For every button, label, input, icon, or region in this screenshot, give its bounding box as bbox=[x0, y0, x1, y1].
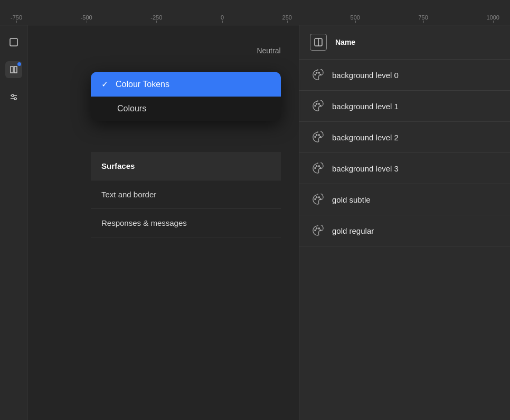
svg-point-17 bbox=[318, 135, 319, 136]
ruler-mark: 250 bbox=[282, 14, 292, 21]
token-name-bg0: background level 0 bbox=[332, 71, 399, 80]
svg-point-10 bbox=[320, 74, 321, 75]
checkmark-icon: ✓ bbox=[101, 79, 108, 89]
svg-point-4 bbox=[14, 98, 16, 100]
name-column-header: Name bbox=[335, 38, 355, 46]
svg-point-22 bbox=[320, 167, 321, 168]
svg-point-13 bbox=[318, 103, 319, 104]
responses-label: Responses & messages bbox=[101, 218, 187, 227]
category-list: Surfaces Text and border Responses & mes… bbox=[91, 152, 281, 420]
ruler-mark: 500 bbox=[351, 14, 360, 21]
svg-point-21 bbox=[318, 166, 319, 167]
svg-point-9 bbox=[318, 72, 319, 73]
main-content: Neutral ✓ Colour Tokens Colours Surfaces… bbox=[27, 25, 510, 420]
svg-point-7 bbox=[315, 74, 316, 75]
svg-point-25 bbox=[318, 197, 319, 198]
token-name-gold-subtle: gold subtle bbox=[332, 195, 371, 204]
svg-point-26 bbox=[320, 198, 321, 199]
svg-point-20 bbox=[316, 166, 317, 167]
token-row-bg1[interactable]: background level 1 bbox=[299, 91, 510, 122]
palette-icon-bg3 bbox=[312, 163, 324, 174]
svg-point-15 bbox=[315, 136, 316, 137]
category-responses[interactable]: Responses & messages bbox=[91, 209, 281, 237]
svg-point-30 bbox=[320, 230, 321, 231]
svg-point-23 bbox=[315, 198, 316, 199]
square-icon[interactable] bbox=[5, 34, 22, 51]
right-panel: Name background level 0 background level… bbox=[299, 25, 510, 420]
svg-point-11 bbox=[315, 105, 316, 106]
token-row-bg0[interactable]: background level 0 bbox=[299, 60, 510, 91]
token-row-bg3[interactable]: background level 3 bbox=[299, 153, 510, 184]
palette-icon-bg2 bbox=[312, 131, 324, 143]
book-icon[interactable] bbox=[5, 61, 22, 78]
panel-layout-icon[interactable] bbox=[310, 34, 327, 51]
token-name-bg3: background level 3 bbox=[332, 164, 399, 173]
ruler: -750 -500 -250 0 250 500 750 1000 bbox=[0, 0, 510, 25]
ruler-mark: 0 bbox=[221, 14, 224, 21]
ruler-mark: 750 bbox=[419, 14, 428, 21]
notification-dot bbox=[17, 62, 21, 66]
colours-option[interactable]: Colours bbox=[91, 97, 281, 121]
svg-point-29 bbox=[318, 228, 319, 229]
svg-point-14 bbox=[320, 105, 321, 106]
token-row-gold-regular[interactable]: gold regular bbox=[299, 215, 510, 246]
token-row-bg2[interactable]: background level 2 bbox=[299, 122, 510, 153]
token-name-gold-regular: gold regular bbox=[332, 226, 374, 235]
svg-point-12 bbox=[316, 103, 317, 104]
ruler-mark: -250 bbox=[150, 14, 162, 21]
right-panel-header: Name bbox=[299, 25, 510, 60]
category-surfaces[interactable]: Surfaces bbox=[91, 152, 281, 180]
token-name-bg1: background level 1 bbox=[332, 102, 399, 111]
palette-icon-gold-subtle bbox=[312, 194, 324, 205]
svg-rect-0 bbox=[10, 39, 17, 46]
svg-point-16 bbox=[316, 135, 317, 136]
svg-point-27 bbox=[315, 230, 316, 231]
ruler-mark: -500 bbox=[81, 14, 92, 21]
colour-tokens-option[interactable]: ✓ Colour Tokens bbox=[91, 72, 281, 97]
svg-point-24 bbox=[316, 197, 317, 198]
colour-tokens-label: Colour Tokens bbox=[116, 80, 169, 89]
sliders-icon[interactable] bbox=[5, 89, 22, 106]
dropdown-menu: ✓ Colour Tokens Colours bbox=[91, 72, 281, 121]
svg-point-18 bbox=[320, 136, 321, 137]
palette-icon-bg0 bbox=[312, 69, 324, 81]
svg-point-8 bbox=[316, 72, 317, 73]
ruler-mark: -750 bbox=[11, 14, 22, 21]
token-row-gold-subtle[interactable]: gold subtle bbox=[299, 184, 510, 215]
palette-icon-bg1 bbox=[312, 100, 324, 112]
svg-point-2 bbox=[12, 94, 14, 97]
svg-point-28 bbox=[316, 228, 317, 229]
text-border-label: Text and border bbox=[101, 190, 156, 199]
palette-icon-gold-regular bbox=[312, 225, 324, 236]
svg-point-19 bbox=[315, 167, 316, 168]
colours-label: Colours bbox=[117, 104, 146, 113]
surfaces-label: Surfaces bbox=[101, 161, 135, 170]
category-text-border[interactable]: Text and border bbox=[91, 180, 281, 209]
neutral-label: Neutral bbox=[257, 46, 280, 55]
ruler-mark: 1000 bbox=[486, 14, 499, 21]
left-sidebar bbox=[0, 25, 27, 420]
token-name-bg2: background level 2 bbox=[332, 133, 399, 142]
